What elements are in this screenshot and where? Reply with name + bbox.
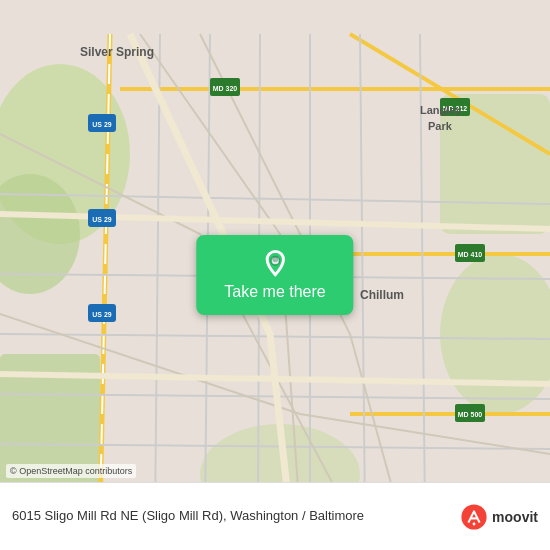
- svg-text:US 29: US 29: [92, 311, 112, 318]
- moovit-logo-icon: [460, 503, 488, 531]
- svg-point-28: [473, 522, 476, 525]
- take-me-there-label: Take me there: [224, 283, 325, 301]
- svg-text:MD 320: MD 320: [213, 85, 238, 92]
- info-bar: 6015 Sligo Mill Rd NE (Sligo Mill Rd), W…: [0, 482, 550, 550]
- map-container: US 29 US 29 US 29 MD 320 MD 212 MD 410 M…: [0, 0, 550, 550]
- moovit-logo: moovit: [460, 503, 538, 531]
- address-text: 6015 Sligo Mill Rd NE (Sligo Mill Rd), W…: [12, 507, 364, 525]
- map-credit: © OpenStreetMap contributors: [6, 464, 136, 478]
- take-me-there-button[interactable]: Take me there: [196, 235, 353, 315]
- svg-text:Park: Park: [428, 120, 453, 132]
- svg-text:MD 500: MD 500: [458, 411, 483, 418]
- svg-point-27: [462, 504, 487, 529]
- moovit-brand-text: moovit: [492, 509, 538, 525]
- svg-text:Silver Spring: Silver Spring: [80, 45, 154, 59]
- svg-text:Chillum: Chillum: [360, 288, 404, 302]
- svg-text:US 29: US 29: [92, 216, 112, 223]
- svg-text:US 29: US 29: [92, 121, 112, 128]
- location-pin-icon: [261, 249, 289, 277]
- svg-point-26: [272, 257, 278, 263]
- svg-text:MD 410: MD 410: [458, 251, 483, 258]
- svg-text:Langley: Langley: [420, 104, 462, 116]
